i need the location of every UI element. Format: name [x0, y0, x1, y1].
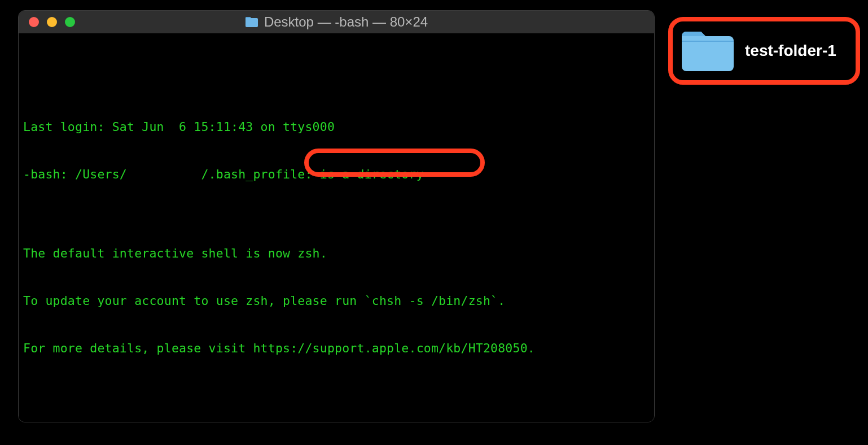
- terminal-prompt-line: [ Nates-MacBook-Pro:~ $ cd desktop ]: [23, 420, 650, 422]
- svg-rect-0: [682, 41, 734, 42]
- terminal-line: -bash: /Users/ /.bash_profile: is a dire…: [23, 167, 650, 182]
- window-title: Desktop — -bash — 80×24: [19, 14, 654, 30]
- prompt-command: cd desktop: [290, 420, 364, 422]
- desktop-folder-name[interactable]: test-folder-1: [745, 42, 836, 60]
- terminal-body[interactable]: Last login: Sat Jun 6 15:11:43 on ttys00…: [19, 33, 654, 422]
- window-titlebar[interactable]: Desktop — -bash — 80×24: [19, 11, 654, 33]
- zoom-button[interactable]: [65, 17, 75, 27]
- terminal-line: The default interactive shell is now zsh…: [23, 246, 650, 261]
- terminal-window[interactable]: Desktop — -bash — 80×24 Last login: Sat …: [18, 10, 655, 422]
- close-button[interactable]: [29, 17, 39, 27]
- minimize-button[interactable]: [47, 17, 57, 27]
- terminal-line: To update your account to use zsh, pleas…: [23, 293, 650, 309]
- bracket-close: ]: [640, 420, 647, 422]
- folder-icon: [245, 16, 258, 28]
- window-title-text: Desktop — -bash — 80×24: [264, 14, 428, 30]
- bracket-open: [: [23, 420, 30, 422]
- terminal-line: Last login: Sat Jun 6 15:11:43 on ttys00…: [23, 119, 650, 135]
- prompt-prefix: Nates-MacBook-Pro:~ $: [30, 420, 290, 422]
- terminal-line: For more details, please visit https://s…: [23, 341, 650, 356]
- folder-icon[interactable]: [681, 29, 735, 72]
- traffic-lights: [19, 17, 75, 27]
- desktop-folder-callout: test-folder-1: [668, 17, 860, 85]
